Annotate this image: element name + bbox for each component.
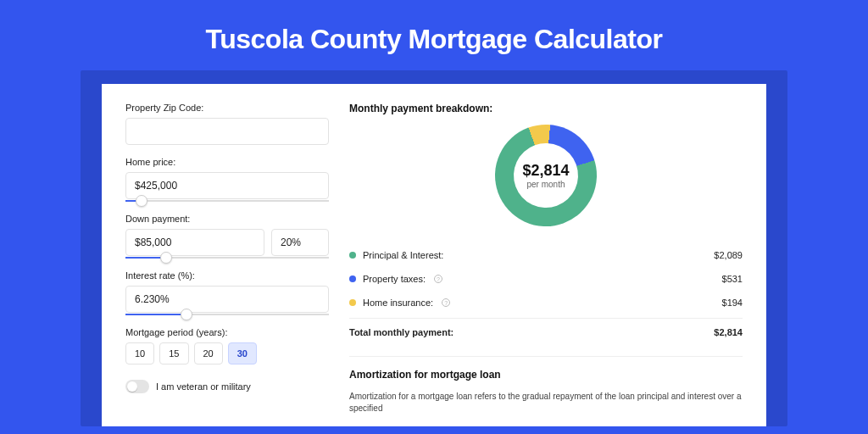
info-icon[interactable]: ? xyxy=(442,298,450,307)
period-button-10[interactable]: 10 xyxy=(125,342,154,364)
donut-sub: per month xyxy=(526,180,565,189)
mortgage-period-block: Mortgage period (years): 10152030 xyxy=(125,327,329,364)
interest-label: Interest rate (%): xyxy=(125,270,329,281)
interest-block: Interest rate (%): xyxy=(125,270,329,315)
home-price-label: Home price: xyxy=(125,157,329,167)
calculator-card: Property Zip Code: Home price: Down paym… xyxy=(102,84,766,426)
donut-center: $2,814 per month xyxy=(495,125,597,226)
legend-value: $2,089 xyxy=(714,250,743,260)
zip-input[interactable] xyxy=(125,118,329,145)
donut-chart-wrap: $2,814 per month xyxy=(349,125,743,226)
legend-dot xyxy=(349,275,356,282)
down-payment-pct-input[interactable] xyxy=(271,229,329,256)
inputs-column: Property Zip Code: Home price: Down paym… xyxy=(125,103,329,408)
legend-left: Home insurance:? xyxy=(349,298,450,308)
legend-label: Principal & Interest: xyxy=(363,250,443,260)
info-icon[interactable]: ? xyxy=(434,275,442,283)
legend: Principal & Interest:$2,089Property taxe… xyxy=(349,243,743,314)
amortization-title: Amortization for mortgage loan xyxy=(349,369,743,381)
card-shadow: Property Zip Code: Home price: Down paym… xyxy=(81,70,787,426)
interest-slider[interactable] xyxy=(125,314,329,315)
breakdown-column: Monthly payment breakdown: $2,814 per mo… xyxy=(349,103,743,408)
down-payment-block: Down payment: xyxy=(125,214,329,259)
legend-dot xyxy=(349,252,356,259)
total-value: $2,814 xyxy=(714,327,743,337)
donut-value: $2,814 xyxy=(522,162,569,180)
slider-fill xyxy=(125,314,186,315)
period-button-20[interactable]: 20 xyxy=(194,342,223,364)
amortization-text: Amortization for a mortgage loan refers … xyxy=(349,391,743,415)
donut-chart: $2,814 per month xyxy=(481,110,611,241)
legend-label: Home insurance: xyxy=(363,298,433,308)
home-price-block: Home price: xyxy=(125,157,329,202)
interest-input[interactable] xyxy=(125,286,329,313)
legend-row: Home insurance:?$194 xyxy=(349,291,743,314)
period-button-15[interactable]: 15 xyxy=(159,342,188,364)
amortization-section: Amortization for mortgage loan Amortizat… xyxy=(349,356,743,415)
veteran-row: I am veteran or military xyxy=(125,380,329,393)
slider-thumb[interactable] xyxy=(136,195,147,207)
period-button-row: 10152030 xyxy=(125,342,329,364)
legend-row: Property taxes:?$531 xyxy=(349,267,743,291)
home-price-slider[interactable] xyxy=(125,200,329,202)
legend-value: $531 xyxy=(722,274,743,284)
legend-value: $194 xyxy=(722,298,743,308)
legend-dot xyxy=(349,299,356,306)
down-payment-label: Down payment: xyxy=(125,214,329,224)
total-row: Total monthly payment: $2,814 xyxy=(349,318,743,344)
legend-left: Property taxes:? xyxy=(349,274,442,284)
veteran-label: I am veteran or military xyxy=(156,381,251,392)
slider-thumb[interactable] xyxy=(181,309,192,320)
down-payment-input[interactable] xyxy=(125,229,264,256)
home-price-input[interactable] xyxy=(125,172,329,199)
breakdown-title: Monthly payment breakdown: xyxy=(349,103,743,114)
zip-field-block: Property Zip Code: xyxy=(125,103,329,145)
legend-left: Principal & Interest: xyxy=(349,250,443,260)
total-label: Total monthly payment: xyxy=(349,327,453,337)
zip-label: Property Zip Code: xyxy=(125,103,329,113)
mortgage-period-label: Mortgage period (years): xyxy=(125,327,329,337)
down-payment-slider[interactable] xyxy=(125,257,329,259)
page-title: Tuscola County Mortgage Calculator xyxy=(0,0,868,70)
slider-thumb[interactable] xyxy=(160,252,172,264)
legend-row: Principal & Interest:$2,089 xyxy=(349,243,743,267)
period-button-30[interactable]: 30 xyxy=(228,342,257,364)
legend-label: Property taxes: xyxy=(363,274,426,284)
veteran-toggle[interactable] xyxy=(125,380,149,393)
